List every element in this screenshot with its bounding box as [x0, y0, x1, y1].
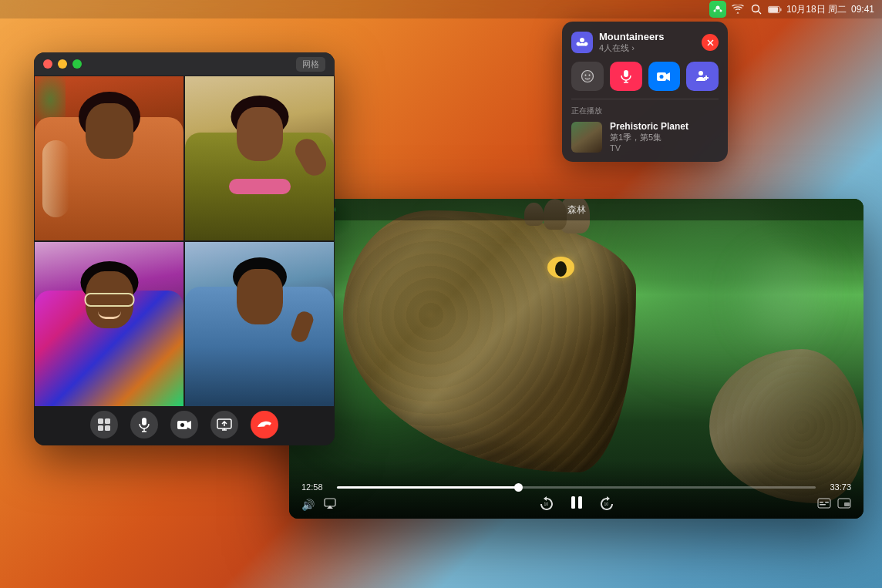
total-time: 33:73: [823, 482, 851, 492]
svg-marker-44: [666, 72, 670, 81]
svg-point-38: [584, 75, 586, 76]
svg-marker-18: [187, 421, 191, 429]
facetime-grid-btn[interactable]: [90, 411, 118, 438]
current-time: 12:58: [301, 482, 329, 492]
facetime-video-grid: [34, 76, 335, 407]
svg-rect-27: [578, 496, 582, 509]
tv-video-content: 12:58 33:73 🔊: [289, 199, 863, 519]
pip-icon[interactable]: [837, 498, 851, 511]
np-source: TV: [610, 143, 688, 153]
svg-point-39: [588, 75, 590, 76]
card-divider: [571, 99, 719, 99]
svg-text:10: 10: [604, 502, 608, 506]
skip-forward-icon[interactable]: 10: [599, 496, 614, 514]
playback-left-controls: 🔊: [301, 498, 336, 511]
dinosaur-eye: [547, 257, 574, 278]
facetime-camera-btn[interactable]: [170, 411, 198, 438]
facetime-titlebar: 网格: [34, 52, 335, 76]
facetime-fullscreen-btn[interactable]: [72, 59, 82, 69]
card-close-btn[interactable]: [702, 34, 719, 51]
progress-thumb[interactable]: [514, 483, 523, 492]
online-count: 4人在线 ›: [599, 42, 665, 54]
card-title-area: Mountaineers 4人在线 ›: [571, 31, 665, 54]
card-actions: [571, 62, 719, 91]
facetime-layout-button[interactable]: 网格: [296, 57, 325, 72]
svg-point-46: [699, 71, 703, 76]
facetime-video-cell-2: [184, 76, 335, 241]
card-header: Mountaineers 4人在线 ›: [571, 31, 719, 54]
wifi-icon: [731, 2, 745, 16]
menubar: 10月18日 周二 09:41: [0, 0, 882, 18]
svg-point-0: [715, 6, 719, 10]
np-info: Prehistoric Planet 第1季，第5集 TV: [610, 121, 688, 153]
participant-2-video: [185, 76, 334, 240]
facetime-video-cell-4: [184, 241, 335, 407]
svg-rect-9: [769, 7, 778, 12]
menubar-datetime: 10月18日 周二: [786, 3, 847, 16]
plant-decoration: [35, 76, 66, 123]
svg-point-37: [581, 71, 593, 82]
progress-fill: [337, 486, 519, 489]
svg-rect-13: [105, 425, 110, 431]
svg-rect-30: [820, 502, 823, 503]
svg-text:10: 10: [544, 502, 548, 506]
emoji-reaction-btn[interactable]: [571, 62, 604, 91]
desktop: 10月18日 周二 09:41 网格: [0, 0, 882, 588]
participant-3-video: [35, 242, 183, 406]
progress-bar-area: 12:58 33:73: [301, 482, 851, 492]
add-person-btn[interactable]: [686, 62, 719, 91]
svg-rect-11: [105, 418, 110, 424]
svg-rect-10: [98, 418, 103, 424]
camera-toggle-btn[interactable]: [648, 62, 681, 91]
facetime-mic-btn[interactable]: [130, 411, 158, 438]
np-episode: 第1季，第5集: [610, 132, 688, 143]
facetime-window: 网格: [34, 52, 335, 445]
facetime-close-btn[interactable]: [43, 59, 52, 69]
svg-line-4: [719, 8, 721, 10]
now-playing-content: Prehistoric Planet 第1季，第5集 TV: [571, 121, 719, 153]
np-title: Prehistoric Planet: [610, 121, 688, 132]
svg-point-5: [752, 5, 759, 12]
facetime-video-cell-1: [34, 76, 184, 241]
card-title-info: Mountaineers 4人在线 ›: [599, 31, 665, 54]
now-playing-label: 正在播放: [571, 106, 719, 116]
mute-mic-btn[interactable]: [610, 62, 642, 91]
svg-point-45: [660, 75, 664, 79]
shareplay-card: Mountaineers 4人在线 ›: [562, 22, 728, 162]
playback-right-controls: [817, 498, 851, 511]
facetime-controls: [34, 407, 335, 445]
dinosaur-head-main: [343, 210, 636, 472]
play-pause-btn[interactable]: [568, 494, 585, 515]
facetime-screenshare-btn[interactable]: [210, 411, 238, 438]
facetime-video-cell-3: [34, 241, 184, 407]
volume-icon[interactable]: 🔊: [301, 499, 315, 511]
group-name: Mountaineers: [599, 31, 665, 42]
subtitles-icon[interactable]: [817, 498, 831, 511]
skip-back-icon[interactable]: 10: [539, 496, 554, 514]
group-avatar-icon: [571, 32, 593, 53]
svg-rect-8: [780, 8, 782, 11]
svg-line-6: [758, 12, 761, 15]
svg-rect-32: [820, 504, 826, 506]
tv-window: 森林: [289, 199, 863, 519]
tv-window-title: 森林: [567, 203, 586, 217]
dinosaur-pupil: [555, 261, 567, 277]
svg-line-3: [715, 8, 716, 10]
playback-controls-bar: 🔊: [301, 498, 851, 511]
svg-rect-31: [825, 502, 829, 503]
participant-4-video: [185, 242, 334, 406]
participant-1-video: [35, 76, 183, 240]
facetime-window-controls: [43, 59, 82, 69]
dinosaur-body: [343, 210, 636, 472]
shareplay-menu-icon[interactable]: [709, 1, 726, 18]
facetime-minimize-btn[interactable]: [58, 59, 67, 69]
search-icon[interactable]: [749, 2, 763, 16]
svg-point-19: [180, 423, 184, 427]
airplay-icon[interactable]: [324, 498, 336, 511]
menubar-time: 09:41: [851, 4, 874, 15]
svg-rect-34: [844, 502, 850, 506]
svg-rect-12: [98, 425, 103, 431]
svg-rect-26: [571, 496, 575, 509]
facetime-end-call-btn[interactable]: [251, 411, 278, 438]
progress-track[interactable]: [337, 486, 816, 489]
